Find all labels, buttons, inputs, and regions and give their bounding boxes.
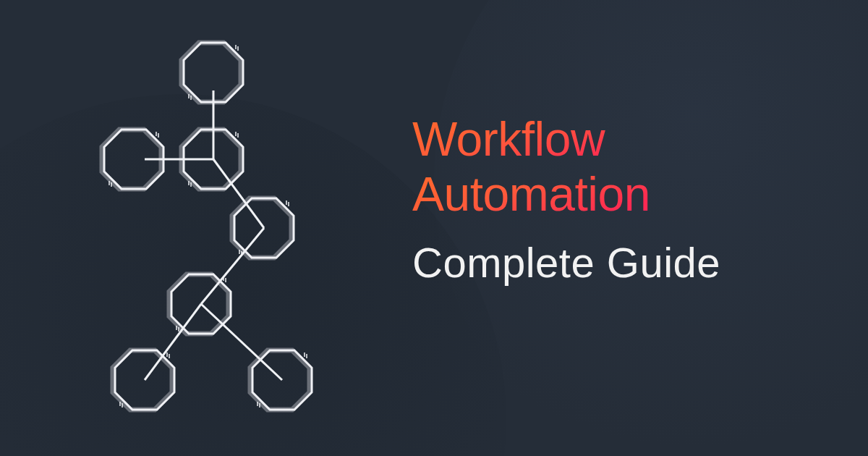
svg-line-9 [201,228,264,304]
hero-text: Workflow Automation Complete Guide [412,112,720,287]
workflow-graph-icon [72,29,376,434]
title-line-1: Workflow [412,112,720,167]
svg-line-11 [201,304,282,380]
title-line-2: Automation [412,167,720,222]
subtitle: Complete Guide [412,238,720,287]
svg-line-10 [145,304,201,380]
svg-line-8 [213,159,264,228]
